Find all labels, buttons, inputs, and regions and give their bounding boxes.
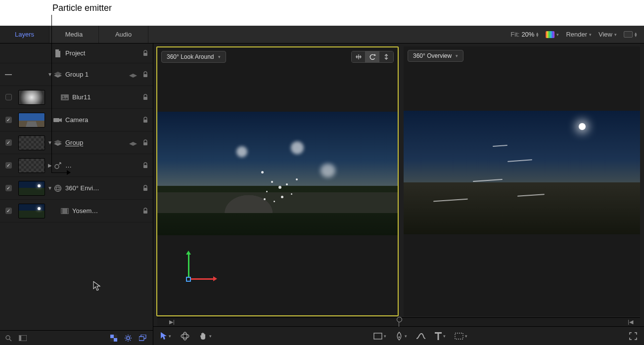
horizontal-rule-icon[interactable] (5, 74, 12, 75)
chevron-down-icon: ▾ (456, 53, 458, 58)
layer-row-360-environment[interactable]: ✓ ▼ 360° Envi… (0, 177, 153, 200)
layer-label: 360° Envi… (62, 184, 142, 192)
pan-hand-tool[interactable]: ▾ (199, 332, 212, 341)
axis-gizmo[interactable] (182, 251, 217, 286)
paint-stroke-tool[interactable] (416, 333, 426, 340)
svg-rect-21 (110, 335, 114, 338)
viewport-layout-icon (624, 31, 633, 38)
lock-icon[interactable] (142, 117, 149, 124)
svg-rect-5 (53, 118, 59, 122)
top-right-controls: Fit: 20% ▴▾ ▾ Render ▾ View ▾ ▴▾ (504, 26, 644, 43)
disclosure-triangle-icon[interactable]: ▶ (46, 163, 53, 168)
tab-media[interactable]: Media (49, 26, 99, 43)
fit-control[interactable]: Fit: 20% ▴▾ (510, 31, 539, 38)
panel-icon[interactable] (19, 335, 27, 341)
svg-rect-13 (143, 188, 147, 191)
disclosure-triangle-icon[interactable]: ▼ (46, 72, 53, 77)
viewport-mode-dropdown-left[interactable]: 360° Look Around ▾ (161, 51, 226, 63)
color-channel-dropdown[interactable]: ▾ (546, 31, 559, 38)
visibility-checkbox[interactable]: ✓ (5, 139, 12, 146)
chevron-down-icon: ▾ (465, 334, 467, 339)
canvas-region: 360° Look Around ▾ (153, 43, 644, 345)
layer-row-yosemite[interactable]: ✓ Yosem… (0, 200, 153, 222)
disclosure-triangle-icon[interactable]: ▼ (46, 185, 53, 191)
svg-point-25 (127, 337, 130, 340)
viewport-scene (404, 111, 640, 234)
viewport-left[interactable]: 360° Look Around ▾ (156, 46, 399, 316)
viewport-mode-dropdown-right[interactable]: 360° Overview ▾ (408, 50, 463, 62)
layer-row-camera[interactable]: ✓ Camera (0, 109, 153, 131)
mini-timeline[interactable]: ▶| |◀ (157, 317, 640, 326)
lock-icon[interactable] (142, 162, 149, 169)
svg-rect-15 (61, 209, 62, 214)
chevron-down-icon: ▾ (405, 334, 407, 339)
layer-row-group1[interactable]: ▼ Group 1 (0, 63, 153, 86)
lock-icon[interactable] (142, 185, 149, 192)
gear-alt-icon[interactable] (124, 334, 132, 342)
visibility-checkbox[interactable] (5, 94, 12, 100)
canvas-bottom-toolbar: ▾ ▾ ▾ ▾ ▾ ▾ (153, 326, 644, 345)
lock-icon[interactable] (142, 208, 149, 215)
lock-icon[interactable] (142, 50, 149, 57)
playhead-icon[interactable] (399, 318, 399, 327)
viewport-mode-label: 360° Look Around (167, 53, 214, 60)
sidebar-bottom-toolbar (0, 330, 153, 345)
fullscreen-icon[interactable] (629, 332, 637, 340)
moon-highlight (579, 123, 586, 130)
document-icon (53, 49, 62, 58)
in-point-icon[interactable]: ▶| (169, 319, 175, 325)
rectangle-tool[interactable]: ▾ (373, 333, 386, 340)
svg-rect-27 (139, 337, 144, 341)
layer-row-group[interactable]: ✓ ▼ Group (0, 131, 153, 154)
chevron-down-icon: ▾ (218, 54, 221, 59)
chevron-down-icon: ▾ (169, 334, 171, 339)
visibility-checkbox[interactable]: ✓ (5, 162, 12, 169)
group-stack-small-icon (129, 72, 137, 78)
viewport-right[interactable]: 360° Overview ▾ (404, 46, 640, 316)
3d-transform-tool[interactable] (180, 332, 190, 341)
lock-icon[interactable] (142, 139, 149, 146)
visibility-checkbox[interactable]: ✓ (5, 208, 12, 214)
tab-layers[interactable]: Layers (0, 26, 49, 43)
svg-point-29 (183, 332, 187, 340)
visibility-checkbox[interactable]: ✓ (5, 185, 12, 191)
orbit-tool-button[interactable] (366, 51, 379, 62)
text-tool[interactable]: ▾ (435, 332, 446, 340)
svg-rect-32 (455, 333, 463, 339)
render-dropdown[interactable]: Render ▾ (566, 31, 592, 38)
svg-point-31 (399, 336, 400, 338)
lock-icon[interactable] (142, 94, 149, 101)
chevron-down-icon: ▾ (384, 334, 386, 339)
out-point-icon[interactable]: |◀ (628, 319, 633, 325)
visibility-checkbox[interactable]: ✓ (5, 117, 12, 123)
select-tool[interactable]: ▾ (160, 332, 171, 341)
disclosure-triangle-icon[interactable]: ▼ (46, 140, 53, 145)
tab-audio[interactable]: Audio (99, 26, 148, 43)
group-stack-icon (53, 70, 62, 79)
layer-thumbnail (18, 204, 45, 218)
layer-row-project[interactable]: Project (0, 43, 153, 63)
mouse-cursor-icon (93, 281, 101, 292)
svg-rect-2 (61, 94, 69, 100)
layer-row-blur[interactable]: Blur11 (0, 86, 153, 109)
svg-rect-7 (143, 142, 147, 145)
svg-rect-22 (114, 338, 117, 342)
pan-tool-button[interactable] (352, 51, 366, 62)
view-dropdown[interactable]: View ▾ (598, 31, 617, 38)
lock-icon[interactable] (142, 71, 149, 78)
search-icon[interactable] (5, 335, 12, 342)
layer-label: Group (62, 139, 129, 146)
callout-elbow (51, 172, 67, 173)
svg-rect-24 (110, 338, 114, 342)
svg-point-28 (181, 334, 189, 338)
checker-icon[interactable] (110, 335, 117, 342)
stack-overlap-icon[interactable] (139, 335, 148, 342)
viewport-layout-dropdown[interactable]: ▴▾ (624, 31, 637, 38)
layer-thumbnail (18, 181, 45, 196)
layer-row-emitter[interactable]: ✓ ▶ … (0, 154, 153, 177)
mask-tool[interactable]: ▾ (455, 333, 467, 340)
pen-tool[interactable]: ▾ (395, 332, 407, 341)
chevron-down-icon: ▾ (443, 334, 446, 339)
dolly-tool-button[interactable] (379, 51, 393, 62)
movie-clip-icon (60, 207, 69, 216)
